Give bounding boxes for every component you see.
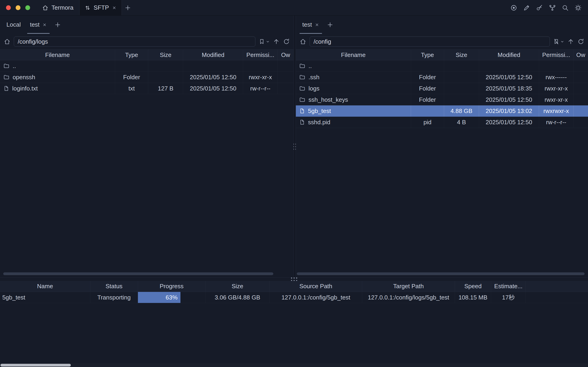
close-icon[interactable]: [42, 23, 47, 27]
transfers-splitter[interactable]: [0, 278, 588, 281]
column-header-permissions[interactable]: Permissi...: [243, 50, 278, 60]
plus-icon: [125, 5, 131, 11]
column-header-type[interactable]: Type: [411, 50, 444, 60]
right-horizontal-scrollbar[interactable]: [297, 272, 585, 275]
file-row-parent[interactable]: ..: [296, 60, 588, 72]
parent-directory-button[interactable]: [273, 38, 280, 45]
chevron-down-icon: [266, 40, 270, 43]
minimize-window-button[interactable]: [16, 5, 20, 10]
transfer-icon: [85, 5, 91, 11]
home-button[interactable]: [4, 38, 11, 45]
file-modified: 2025/01/05 12:50: [183, 83, 243, 94]
tab-sftp[interactable]: SFTP: [79, 0, 122, 15]
tab-test-right-label: test: [302, 21, 312, 28]
file-row-ssh[interactable]: .ssh Folder 2025/01/05 12:50 rwx------: [296, 72, 588, 83]
file-owner: [573, 72, 588, 83]
connections-button[interactable]: [547, 2, 558, 13]
column-header-size[interactable]: Size: [444, 50, 479, 60]
parent-directory-button[interactable]: [567, 38, 574, 45]
bookmark-dropdown[interactable]: [553, 38, 564, 45]
file-row-loginfo[interactable]: loginfo.txt txt 127 B 2025/01/05 12:50 r…: [0, 83, 294, 94]
close-window-button[interactable]: [6, 5, 11, 10]
refresh-icon: [283, 38, 290, 45]
close-icon[interactable]: [315, 23, 319, 27]
column-header-estimate[interactable]: Estimate...: [491, 281, 526, 292]
tab-termora[interactable]: Termora: [36, 0, 79, 15]
settings-button[interactable]: [573, 2, 583, 13]
tab-termora-label: Termora: [51, 4, 73, 11]
transfer-name: 5gb_test: [0, 292, 90, 303]
file-icon: [3, 85, 9, 92]
left-horizontal-scrollbar[interactable]: [3, 272, 273, 275]
pane-splitter[interactable]: [294, 16, 296, 277]
file-row-openssh[interactable]: openssh Folder 2025/01/05 12:50 rwxr-xr-…: [0, 72, 294, 83]
file-modified: 2025/01/05 12:50: [183, 72, 243, 83]
column-header-permissions[interactable]: Permissi...: [539, 50, 573, 60]
tab-test-left[interactable]: test: [25, 16, 51, 34]
column-header-size[interactable]: Size: [148, 50, 183, 60]
left-path-input[interactable]: [14, 36, 255, 47]
zoom-window-button[interactable]: [25, 5, 30, 10]
tab-local[interactable]: Local: [2, 16, 25, 34]
keys-button[interactable]: [534, 2, 545, 13]
home-button[interactable]: [299, 38, 307, 45]
file-size: [148, 60, 183, 71]
transfer-speed: 108.15 MB: [455, 292, 491, 303]
column-header-filename[interactable]: Filename: [0, 50, 115, 60]
column-header-modified[interactable]: Modified: [183, 50, 243, 60]
transfers-scrollbar-thumb[interactable]: [0, 364, 71, 367]
right-path-input[interactable]: [310, 36, 550, 47]
column-header-modified[interactable]: Modified: [479, 50, 539, 60]
refresh-icon: [577, 38, 584, 45]
new-window-tab-button[interactable]: [122, 0, 134, 15]
file-row-logs[interactable]: logs Folder 2025/01/05 18:35 rwxr-xr-x: [296, 83, 588, 94]
file-size: 127 B: [148, 83, 183, 94]
folder-icon: [299, 96, 306, 103]
file-row-ssh-host-keys[interactable]: ssh_host_keys Folder 2025/01/05 12:50 rw…: [296, 94, 588, 105]
file-row-parent[interactable]: ..: [0, 60, 294, 72]
file-type: Folder: [411, 72, 444, 83]
file-owner: [573, 60, 588, 71]
refresh-button[interactable]: [283, 38, 290, 45]
tab-test-right[interactable]: test: [298, 16, 324, 34]
transfer-status: Transporting: [90, 292, 138, 303]
transfer-source-path: 127.0.0.1:/config/5gb_test: [270, 292, 362, 303]
file-size: [444, 94, 479, 105]
file-modified: 2025/01/05 18:35: [479, 83, 539, 94]
transfer-row-5gb-test[interactable]: 5gb_test Transporting 63% 3.06 GB/4.88 G…: [0, 292, 588, 303]
refresh-button[interactable]: [577, 38, 584, 45]
file-permissions: rwxr-xr-x: [539, 83, 573, 94]
filename: ..: [308, 62, 312, 70]
right-path-bar: [296, 34, 588, 49]
file-type: Folder: [411, 83, 444, 94]
add-tab-button-right[interactable]: [324, 16, 336, 34]
column-header-owner[interactable]: Ow: [573, 50, 588, 60]
column-header-name[interactable]: Name: [0, 281, 90, 292]
add-tab-button-left[interactable]: [51, 16, 64, 34]
folder-icon: [299, 85, 306, 92]
bookmark-dropdown[interactable]: [259, 38, 270, 45]
file-permissions: rwxrwxr-x: [539, 105, 573, 117]
file-modified: 2025/01/05 12:50: [479, 117, 539, 128]
search-button[interactable]: [560, 2, 571, 13]
close-tab-icon[interactable]: [112, 6, 117, 10]
column-header-size[interactable]: Size: [205, 281, 270, 292]
column-header-filename[interactable]: Filename: [296, 50, 411, 60]
file-row-5gb-test-selected[interactable]: 5gb_test 4.88 GB 2025/01/05 13:02 rwxrwx…: [296, 105, 588, 117]
left-path-bar: [0, 34, 294, 49]
column-header-status[interactable]: Status: [90, 281, 138, 292]
column-header-speed[interactable]: Speed: [455, 281, 491, 292]
column-header-type[interactable]: Type: [115, 50, 148, 60]
progress-label: 63%: [166, 294, 178, 301]
file-row-sshd-pid[interactable]: sshd.pid pid 4 B 2025/01/05 12:50 rw-r--…: [296, 117, 588, 128]
column-header-target-path[interactable]: Target Path: [362, 281, 455, 292]
left-pane-tabs: Local test: [0, 16, 294, 34]
record-button[interactable]: [509, 2, 519, 13]
edit-button[interactable]: [521, 2, 532, 13]
bookmark-icon: [553, 38, 560, 45]
file-size: [444, 72, 479, 83]
column-header-source-path[interactable]: Source Path: [270, 281, 362, 292]
left-file-pane: Local test: [0, 16, 294, 277]
column-header-owner[interactable]: Ow: [278, 50, 294, 60]
column-header-progress[interactable]: Progress: [138, 281, 205, 292]
